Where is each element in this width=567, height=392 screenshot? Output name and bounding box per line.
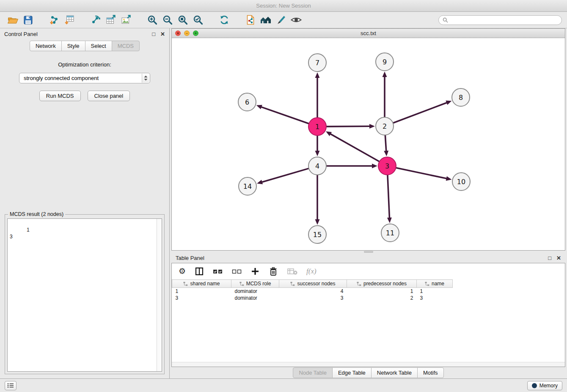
network-canvas[interactable]: 1234678910111415	[172, 38, 565, 250]
close-table-panel-icon[interactable]: ✕	[556, 255, 561, 261]
graph-edge[interactable]	[394, 101, 452, 123]
export-table-button[interactable]	[103, 14, 118, 26]
dropdown-selected-value: strongly connected component	[24, 75, 99, 81]
minimize-window-button[interactable]: −	[184, 30, 190, 36]
panel-splitter[interactable]	[171, 251, 565, 253]
zoom-out-button[interactable]	[160, 14, 175, 26]
import-table-button[interactable]	[62, 14, 77, 26]
float-table-panel-icon[interactable]: □	[548, 255, 551, 261]
dropdown-arrows-icon	[142, 74, 149, 83]
columns-icon	[195, 267, 204, 276]
graph-edge[interactable]	[315, 175, 320, 225]
graph-node-11[interactable]: 11	[381, 224, 399, 242]
run-mcds-button[interactable]: Run MCDS	[39, 91, 81, 101]
graph-node-9[interactable]: 9	[376, 53, 394, 71]
refresh-layout-button[interactable]	[217, 14, 232, 26]
table-horizontal-scrollbar[interactable]	[172, 362, 565, 367]
import-network-button[interactable]	[47, 14, 62, 26]
save-session-button[interactable]	[20, 14, 36, 26]
column-header-MCDS-role[interactable]: MCDS role	[231, 280, 279, 288]
show-graphics-details-button[interactable]	[289, 14, 304, 26]
export-network-button[interactable]	[88, 14, 103, 26]
svg-text:15: 15	[313, 231, 322, 239]
select-all-columns-button[interactable]	[213, 268, 223, 275]
graph-node-8[interactable]: 8	[452, 88, 470, 106]
column-header-shared-name[interactable]: shared name	[172, 280, 231, 288]
close-window-button[interactable]: ✕	[175, 30, 181, 36]
network-window-titlebar[interactable]: ✕ − + scc.txt	[172, 29, 565, 38]
graph-edge[interactable]	[257, 168, 308, 184]
memory-button[interactable]: Memory	[527, 381, 562, 390]
table-settings-button[interactable]: ⚙	[179, 267, 186, 275]
tab-mcds[interactable]: MCDS	[112, 41, 140, 51]
table-cell: 2	[347, 295, 417, 301]
svg-text:3: 3	[385, 162, 389, 170]
graph-edge[interactable]	[387, 175, 392, 223]
zoom-in-button[interactable]	[145, 14, 160, 26]
delete-table-button[interactable]	[287, 268, 297, 275]
close-panel-button[interactable]: Close panel	[88, 91, 130, 101]
search-field[interactable]	[438, 15, 562, 25]
tab-network[interactable]: Network	[30, 41, 62, 51]
graph-node-2[interactable]: 2	[376, 117, 394, 135]
style-brush-button[interactable]	[273, 14, 289, 26]
table-row[interactable]: 1dominator411	[172, 288, 453, 295]
graph-node-7[interactable]: 7	[308, 54, 326, 72]
deselect-all-columns-button[interactable]	[232, 268, 242, 275]
delete-column-button[interactable]	[268, 266, 278, 276]
result-scrollbar[interactable]	[157, 219, 162, 371]
table-cell: dominator	[231, 288, 279, 295]
graph-edge[interactable]	[327, 124, 375, 129]
graph-node-14[interactable]: 14	[239, 177, 256, 195]
preferred-layout-button[interactable]	[258, 14, 273, 26]
graph-edge[interactable]	[383, 72, 387, 117]
tab-motifs[interactable]: Motifs	[417, 367, 444, 378]
svg-text:11: 11	[386, 229, 394, 237]
column-header-successor-nodes[interactable]: successor nodes	[279, 280, 347, 288]
table-tabs: Node Table Edge Table Network Table Moti…	[171, 367, 565, 378]
tab-node-table[interactable]: Node Table	[293, 367, 333, 378]
zoom-selected-button[interactable]	[190, 14, 206, 26]
svg-text:1: 1	[315, 123, 319, 131]
svg-text:10: 10	[457, 178, 465, 186]
splitter-grip-icon[interactable]	[364, 251, 373, 253]
create-column-button[interactable]	[251, 267, 259, 276]
maximize-window-button[interactable]: +	[193, 30, 198, 36]
graph-edge[interactable]	[396, 168, 452, 181]
tab-style[interactable]: Style	[61, 41, 85, 51]
graph-node-6[interactable]: 6	[238, 93, 256, 111]
open-file-button[interactable]	[5, 14, 20, 26]
column-header-name[interactable]: name	[417, 280, 453, 288]
graph-edge[interactable]	[384, 135, 388, 156]
graph-edge[interactable]	[315, 136, 320, 156]
graph-node-15[interactable]: 15	[308, 226, 326, 243]
zoom-fit-button[interactable]	[175, 14, 190, 26]
float-panel-icon[interactable]: □	[152, 31, 155, 37]
close-panel-icon[interactable]: ✕	[160, 31, 165, 37]
graph-node-4[interactable]: 4	[308, 157, 326, 175]
column-attribute-icon	[357, 282, 361, 286]
mcds-result-list[interactable]: 1 3	[7, 218, 162, 372]
graph-edge[interactable]	[256, 105, 309, 124]
tab-select[interactable]: Select	[85, 41, 112, 51]
network-graph[interactable]: 1234678910111415	[172, 38, 565, 251]
graph-node-3[interactable]: 3	[378, 157, 396, 175]
graph-edge[interactable]	[327, 164, 377, 168]
show-columns-button[interactable]	[195, 267, 204, 276]
optimization-criterion-select[interactable]: strongly connected component	[19, 73, 150, 83]
graph-edge[interactable]	[315, 72, 320, 117]
window-titlebar: Session: New Session	[0, 0, 567, 12]
search-input[interactable]	[451, 17, 558, 23]
graph-edge[interactable]	[326, 131, 379, 161]
function-builder-button[interactable]: f(x)	[306, 267, 317, 276]
column-header-predecessor-nodes[interactable]: predecessor nodes	[347, 280, 417, 288]
node-table-body: 1dominator4113dominator323	[172, 288, 453, 301]
network-from-selection-button[interactable]	[243, 14, 258, 26]
tab-edge-table[interactable]: Edge Table	[332, 367, 372, 378]
graph-node-10[interactable]: 10	[452, 173, 470, 190]
tab-network-table[interactable]: Network Table	[371, 367, 418, 378]
export-image-button[interactable]	[118, 14, 134, 26]
show-panels-button[interactable]	[5, 381, 17, 390]
table-row[interactable]: 3dominator323	[172, 295, 453, 301]
graph-node-1[interactable]: 1	[308, 118, 326, 135]
